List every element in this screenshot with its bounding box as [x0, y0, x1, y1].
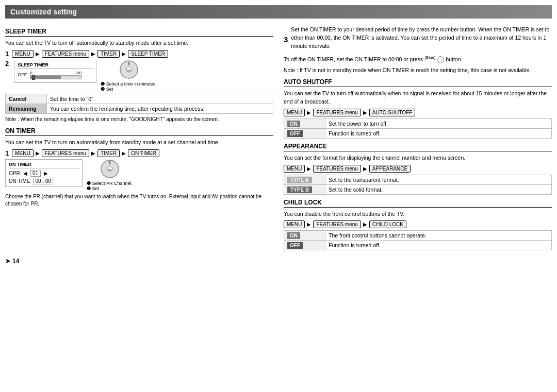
child-lock-desc: You can disable the front control button…: [284, 210, 552, 218]
blue-button-icon: [437, 56, 444, 63]
page-number-area: ➤ 14: [5, 258, 552, 265]
on-timer-pr-row: OPR ◀ 01 ▶: [9, 170, 79, 177]
dial-notes: ❶ Select a time in minutes. ❷ Set: [101, 81, 157, 92]
on-timer-arrow-2: ▶: [91, 150, 95, 156]
header-title: Customized setting: [10, 8, 77, 16]
type-b-badge: TYPE B: [287, 186, 312, 193]
auto-shutoff-nav: MENU ▶ FEATURES menu ▶ AUTO SHUTOFF: [284, 109, 552, 116]
sleep-timer-badge: SLEEP TIMER: [128, 50, 168, 58]
svg-text:OK: OK: [107, 168, 112, 172]
standby-note: Note : If TV is not in standby mode when…: [284, 66, 552, 75]
slider-track: [30, 75, 81, 79]
on-timer-title: ON TIMER: [5, 127, 273, 136]
child-lock-nav: MENU ▶ FEATURES menu ▶ CHILD LOCK: [284, 220, 552, 228]
child-lock-on-row: ON The front control buttons cannot oper…: [284, 231, 552, 241]
appearance-desc: You can set the format for displaying th…: [284, 154, 552, 162]
remaining-key: Remaining: [6, 104, 47, 113]
sleep-timer-note: Note : When the remaining elapse time is…: [5, 116, 273, 123]
step2-num: 2: [5, 60, 9, 67]
pr-label: OPR: [9, 171, 20, 176]
remaining-row: Remaining You can confirm the remaining …: [6, 104, 273, 113]
auto-off-badge: OFF: [287, 130, 303, 137]
auto-shutoff-off-row: OFF Function is turned off.: [284, 128, 552, 138]
on-timer-note2: ❷ Set: [87, 186, 133, 191]
on-timer-display: ON TIMER OPR ◀ 01 ▶ ON TIME 00 : 00: [5, 159, 83, 187]
on-timer-dial-notes: ❶ Select PR Channel. ❷ Set: [87, 181, 133, 191]
auto-shutoff-table: ON Set the power to turn off. OFF Functi…: [284, 118, 552, 139]
on-timer-diagram-area: ON TIMER OPR ◀ 01 ▶ ON TIME 00 : 00 OK: [5, 159, 273, 191]
note2: ❷ Set: [101, 87, 157, 92]
left-column: SLEEP TIMER You can set the TV to turn o…: [5, 24, 273, 252]
step3-row: 3 Set the ON TIMER to your desired perio…: [284, 26, 552, 53]
on-timer-step1: 1 MENU ▶ FEATURES menu ▶ TIMER ▶ ON TIME…: [5, 149, 273, 157]
type-a-row: TYPE A Set to the transparent format.: [284, 175, 552, 184]
child-off-badge: OFF: [287, 242, 303, 249]
pr-arrow-right: ▶: [44, 171, 48, 176]
dial-area: OK ❶ Select a time in minutes. ❷ Set: [101, 60, 157, 92]
right-column: 3 Set the ON TIMER to your desired perio…: [284, 24, 552, 252]
appearance-title: APPEARANCE: [284, 143, 552, 151]
sleep-timer-step1: 1 MENU ▶ FEATURES menu ▶ TIMER ▶ SLEEP T…: [5, 50, 273, 58]
type-a-badge: TYPE A: [287, 177, 312, 183]
appearance-table: TYPE A Set to the transparent format. TY…: [284, 175, 552, 195]
auto-on-value: Set the power to turn off.: [325, 118, 552, 128]
sleep-timer-display: SLEEP TIMER OFF 0 120: [14, 60, 96, 83]
auto-shutoff-on-row: ON Set the power to turn off.: [284, 118, 552, 128]
on-timer-features-badge: FEATURES menu: [42, 149, 89, 157]
type-b-value: Set to the solid format.: [325, 184, 552, 194]
arrow-3: ▶: [122, 51, 126, 57]
on-timer-arrow-1: ▶: [36, 150, 40, 156]
on-timer-arrow-3: ▶: [122, 150, 126, 156]
min120-label: 120: [75, 71, 81, 75]
on-timer-time-row: ON TIME 00 : 00: [9, 178, 79, 184]
appearance-nav: MENU ▶ FEATURES menu ▶ APPEARANCE: [284, 165, 552, 173]
page-header: Customized setting: [5, 5, 552, 19]
on-timer-step1-num: 1: [5, 149, 9, 157]
slider-container: 0 120: [30, 71, 81, 79]
sleep-timer-description: You can set the TV to turn off automatic…: [5, 39, 273, 47]
child-features-badge: FEATURES menu: [313, 220, 361, 228]
timer-badge-1: TIMER: [97, 50, 120, 58]
step1-num: 1: [5, 50, 9, 58]
on-timer-step2-text: Choose the PR (channel) that you want to…: [5, 193, 273, 208]
child-on-badge: ON: [287, 232, 300, 239]
child-lock-off-row: OFF Function is turned off.: [284, 241, 552, 250]
type-b-row: TYPE B Set to the solid format.: [284, 184, 552, 194]
appear-menu-badge: MENU: [284, 165, 305, 173]
on-timer-description: You can set the TV to turn on automatica…: [5, 139, 273, 147]
cancel-row: Cancel Set the time to "0".: [6, 94, 273, 104]
auto-menu-badge: MENU: [284, 109, 305, 116]
auto-shutoff-desc: You can set the TV to turn off automatic…: [284, 90, 552, 106]
svg-text:OK: OK: [126, 69, 131, 72]
appear-features-badge: FEATURES menu: [313, 165, 361, 173]
on-timer-dial-svg: OK: [100, 159, 120, 179]
dial-svg: OK: [119, 60, 139, 79]
page-number: 14: [12, 258, 19, 265]
slider-row: OFF 0 120: [18, 71, 93, 79]
pr-value: 01: [30, 170, 41, 177]
arrow-2: ▶: [91, 51, 95, 57]
sleep-timer-display-title: SLEEP TIMER: [18, 62, 93, 69]
type-a-value: Set to the transparent format.: [325, 175, 552, 184]
arrow-1: ▶: [36, 51, 40, 57]
on-time-value: 00 : 00: [33, 178, 53, 184]
auto-features-badge: FEATURES menu: [313, 109, 361, 116]
step3-text: Set the ON TIMER to your desired period …: [291, 26, 552, 50]
on-timer-note1: ❶ Select PR Channel.: [87, 181, 133, 186]
child-lock-table: ON The front control buttons cannot oper…: [284, 230, 552, 250]
child-lock-title: CHILD LOCK: [284, 199, 552, 208]
pr-arrow-left: ◀: [23, 171, 27, 176]
sleep-timer-title: SLEEP TIMER: [5, 28, 273, 37]
on-timer-dial-area: OK ❶ Select PR Channel. ❷ Set: [87, 159, 133, 191]
on-timer-display-title: ON TIMER: [9, 162, 79, 168]
sleep-timer-info-table: Cancel Set the time to "0". Remaining Yo…: [5, 94, 273, 114]
child-lock-badge: CHILD LOCK: [369, 220, 406, 228]
features-badge-1: FEATURES menu: [42, 50, 89, 58]
remaining-value: You can confirm the remaining time, afte…: [47, 104, 273, 113]
off-note: To off the ON TIMER, set the ON TIMER to…: [284, 55, 552, 63]
appear-badge: APPEARANCE: [369, 165, 411, 173]
page-bullet: ➤: [5, 258, 10, 265]
on-timer-menu-badge: MENU: [12, 149, 33, 157]
on-timer-badge: ON TIMER: [128, 149, 159, 157]
child-on-value: The front control buttons cannot operate…: [325, 231, 552, 241]
